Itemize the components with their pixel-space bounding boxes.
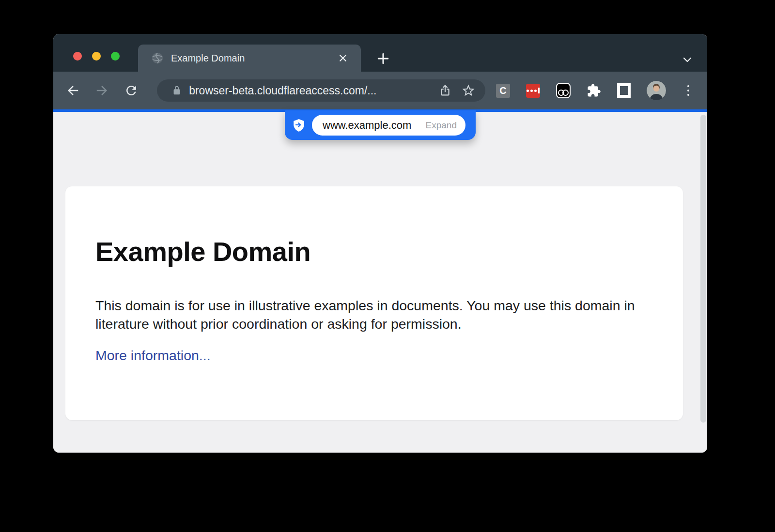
expand-button[interactable]: Expand xyxy=(426,120,457,131)
globe-favicon-icon xyxy=(152,52,163,64)
isolation-address-pill[interactable]: www.example.com Expand xyxy=(312,115,465,136)
screenshot-stage: Example Domain xyxy=(0,0,775,532)
reload-icon[interactable] xyxy=(121,80,142,101)
share-icon[interactable] xyxy=(437,82,453,99)
page-paragraph: This domain is for use in illustrative e… xyxy=(95,296,652,333)
browser-toolbar: browser-beta.cloudflareaccess.com/... C xyxy=(53,72,707,109)
two-circles-extension-icon[interactable] xyxy=(556,83,571,98)
puzzle-extensions-icon[interactable] xyxy=(587,83,601,98)
tab-close-icon[interactable] xyxy=(336,51,350,65)
shield-arrow-icon xyxy=(293,119,305,132)
star-icon[interactable] xyxy=(460,82,477,99)
profile-avatar[interactable] xyxy=(647,81,666,100)
kebab-menu-icon[interactable] xyxy=(682,81,695,100)
chevron-down-icon[interactable] xyxy=(681,53,694,66)
browser-tab[interactable]: Example Domain xyxy=(138,45,361,72)
lock-icon[interactable] xyxy=(171,85,182,96)
c-extension-icon[interactable]: C xyxy=(496,84,510,98)
zoom-window-button[interactable] xyxy=(111,52,120,61)
address-bar[interactable]: browser-beta.cloudflareaccess.com/... xyxy=(157,79,485,102)
close-window-button[interactable] xyxy=(73,52,82,61)
isolation-widget[interactable]: www.example.com Expand xyxy=(285,110,476,140)
browser-window: Example Domain xyxy=(53,34,707,453)
forward-icon[interactable] xyxy=(92,80,113,101)
page-title: Example Domain xyxy=(95,236,653,267)
example-domain-card: Example Domain This domain is for use in… xyxy=(65,186,683,420)
page-content: www.example.com Expand Example Domain Th… xyxy=(53,112,707,453)
url-text: browser-beta.cloudflareaccess.com/... xyxy=(189,84,430,97)
frame-extension-icon[interactable] xyxy=(617,83,631,98)
back-icon[interactable] xyxy=(62,80,83,101)
extensions-row: C xyxy=(496,81,695,100)
new-tab-icon[interactable] xyxy=(374,50,392,67)
window-controls xyxy=(73,52,120,61)
tab-strip: Example Domain xyxy=(53,34,707,72)
vertical-scrollbar[interactable] xyxy=(700,115,706,423)
minimize-window-button[interactable] xyxy=(92,52,101,61)
more-information-link[interactable]: More information... xyxy=(95,348,211,364)
tab-title: Example Domain xyxy=(171,53,336,64)
lastpass-extension-icon[interactable] xyxy=(526,84,540,98)
isolated-hostname: www.example.com xyxy=(323,119,411,132)
